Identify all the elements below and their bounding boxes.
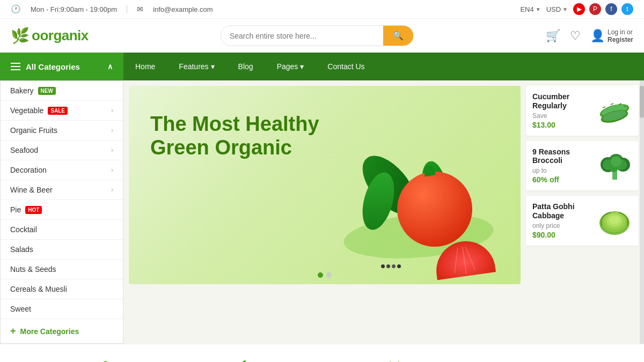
pinterest-icon[interactable]: P bbox=[589, 3, 601, 15]
wine-beer-arrow-icon: › bbox=[111, 186, 113, 194]
sidebar-item-cereals[interactable]: Cereals & Muesli bbox=[1, 279, 123, 299]
sidebar-item-pie[interactable]: Pie HOT bbox=[1, 200, 123, 220]
sidebar-item-nuts-seeds[interactable]: Nuts & Seeds bbox=[1, 260, 123, 279]
broccoli-discount: 60% off bbox=[532, 175, 592, 184]
slider-dots bbox=[318, 272, 332, 278]
sidebar-label-wine-beer: Wine & Beer bbox=[10, 186, 53, 194]
features-dropdown-icon: ▾ bbox=[211, 62, 215, 71]
currency-selector[interactable]: USD ▼ bbox=[546, 5, 568, 13]
phone-icon bbox=[526, 358, 552, 362]
cabbage-only-price: only price bbox=[532, 222, 592, 230]
topbar-hours: Mon - Fri:9:00am - 19:00pm bbox=[31, 5, 117, 13]
dot-2[interactable] bbox=[326, 272, 332, 278]
broccoli-name: 9 ReasonsBroccoli bbox=[532, 147, 592, 166]
wishlist-icon-item[interactable]: ♡ bbox=[570, 29, 581, 43]
sidebar-item-organic-fruits[interactable]: Organic Fruits › bbox=[1, 121, 123, 141]
cucumber-svg bbox=[597, 96, 632, 125]
topbar: 🕐 Mon - Fri:9:00am - 19:00pm ✉ info@exam… bbox=[0, 0, 644, 19]
decoration-arrow-icon: › bbox=[111, 166, 113, 174]
hero-text: The Most Healthy Green Organic bbox=[150, 113, 319, 159]
header: 🌿 oorganix 🔍 🛒 ♡ 👤 Log in or Register bbox=[0, 19, 644, 53]
sidebar-label-vegetable: Vegetable bbox=[10, 106, 43, 115]
twitter-icon[interactable]: t bbox=[621, 3, 633, 15]
product-card-cabbage[interactable]: Patta GobhiCabbage only price $90.00 bbox=[526, 196, 639, 246]
cucumber-price: $13.00 bbox=[532, 121, 592, 129]
scroll-thumb[interactable] bbox=[640, 86, 644, 118]
hero-slider: The Most Healthy Green Organic bbox=[129, 86, 521, 284]
sidebar-label-nuts-seeds: Nuts & Seeds bbox=[10, 265, 56, 274]
product-card-broccoli[interactable]: 9 ReasonsBroccoli up to 60% off bbox=[526, 141, 639, 191]
vegetable-arrow-icon: › bbox=[111, 107, 113, 114]
car-icon bbox=[92, 358, 118, 362]
sidebar-item-sweet[interactable]: Sweet bbox=[1, 299, 123, 319]
seafood-arrow-icon: › bbox=[111, 146, 113, 154]
svg-point-15 bbox=[611, 156, 621, 167]
sidebar-label-salads: Salads bbox=[10, 245, 33, 254]
sidebar-label-bakery: Bakery bbox=[10, 86, 34, 95]
more-categories-button[interactable]: + More Categories bbox=[1, 319, 123, 343]
cabbage-svg bbox=[597, 204, 632, 237]
cucumber-image bbox=[597, 94, 632, 127]
header-icons: 🛒 ♡ 👤 Log in or Register bbox=[546, 28, 633, 43]
bottom-icon-car bbox=[92, 358, 118, 362]
sidebar-label-sweet: Sweet bbox=[10, 305, 31, 313]
user-icon: 👤 bbox=[590, 29, 605, 43]
bottom-icons-row bbox=[0, 344, 644, 362]
nav-home[interactable]: Home bbox=[123, 53, 167, 80]
dot-1[interactable] bbox=[318, 272, 323, 278]
cucumber-save-label: Save bbox=[532, 112, 592, 120]
youtube-icon[interactable]: ▶ bbox=[573, 3, 585, 15]
currency-value: USD bbox=[546, 5, 561, 13]
hamburger-icon bbox=[11, 63, 20, 70]
login-text: Log in or Register bbox=[608, 28, 633, 43]
nav-features[interactable]: Features ▾ bbox=[167, 53, 226, 80]
sidebar-label-pie: Pie bbox=[10, 205, 21, 214]
broccoli-image bbox=[597, 150, 632, 182]
currency-dropdown-arrow: ▼ bbox=[562, 6, 568, 12]
categories-button[interactable]: All Categories ∧ bbox=[0, 53, 123, 80]
sidebar-item-cocktail[interactable]: Cocktail bbox=[1, 220, 123, 240]
cabbage-price: $90.00 bbox=[532, 231, 592, 239]
organic-fruits-arrow-icon: › bbox=[111, 127, 113, 134]
search-input[interactable] bbox=[221, 26, 383, 46]
scrollbar[interactable] bbox=[640, 80, 644, 344]
sidebar-label-organic-fruits: Organic Fruits bbox=[10, 126, 57, 135]
broccoli-svg bbox=[597, 150, 632, 182]
facebook-icon[interactable]: f bbox=[605, 3, 617, 15]
sidebar-item-salads[interactable]: Salads bbox=[1, 240, 123, 260]
nav-links: Home Features ▾ Blog Pages ▾ Contact Us bbox=[123, 53, 644, 80]
broccoli-upto: up to bbox=[532, 167, 592, 174]
language-value: EN4 bbox=[520, 5, 533, 13]
sidebar-item-vegetable[interactable]: Vegetable SALE › bbox=[1, 101, 123, 121]
cabbage-name: Patta GobhiCabbage bbox=[532, 202, 592, 220]
sidebar-item-bakery[interactable]: Bakery NEW bbox=[1, 81, 123, 101]
new-badge: NEW bbox=[38, 87, 56, 95]
login-icon-item[interactable]: 👤 Log in or Register bbox=[590, 28, 633, 43]
content-area: Bakery NEW Vegetable SALE › Organic Frui… bbox=[0, 80, 644, 344]
svg-line-3 bbox=[611, 104, 613, 105]
topbar-right: EN4 ▼ USD ▼ ▶ P f t bbox=[520, 3, 633, 15]
sidebar: Bakery NEW Vegetable SALE › Organic Frui… bbox=[0, 80, 123, 344]
hot-badge: HOT bbox=[25, 206, 42, 214]
more-categories-label: More Categories bbox=[20, 327, 79, 336]
hero-food-illustration bbox=[322, 118, 504, 284]
product-card-cucumber[interactable]: CucumberRegularly Save $13.00 bbox=[526, 86, 639, 136]
mail-icon: ✉ bbox=[137, 5, 143, 13]
bottom-icon-calendar bbox=[382, 358, 407, 362]
logo-leaf-icon: 🌿 bbox=[11, 27, 30, 45]
sidebar-item-seafood[interactable]: Seafood › bbox=[1, 141, 123, 160]
sidebar-item-decoration[interactable]: Decoration › bbox=[1, 160, 123, 180]
bottom-icon-clock bbox=[237, 358, 262, 362]
logo[interactable]: 🌿 oorganix bbox=[11, 27, 89, 45]
topbar-email: info@example.com bbox=[153, 5, 213, 13]
search-button[interactable]: 🔍 bbox=[383, 26, 413, 46]
nav-contact[interactable]: Contact Us bbox=[316, 53, 376, 80]
cart-icon-item[interactable]: 🛒 bbox=[546, 29, 560, 43]
nav-blog[interactable]: Blog bbox=[226, 53, 265, 80]
cabbage-image bbox=[597, 204, 632, 237]
sidebar-item-wine-beer[interactable]: Wine & Beer › bbox=[1, 180, 123, 200]
nav-pages[interactable]: Pages ▾ bbox=[265, 53, 316, 80]
heart-icon: ♡ bbox=[570, 29, 581, 43]
language-selector[interactable]: EN4 ▼ bbox=[520, 5, 540, 13]
social-icons: ▶ P f t bbox=[573, 3, 633, 15]
